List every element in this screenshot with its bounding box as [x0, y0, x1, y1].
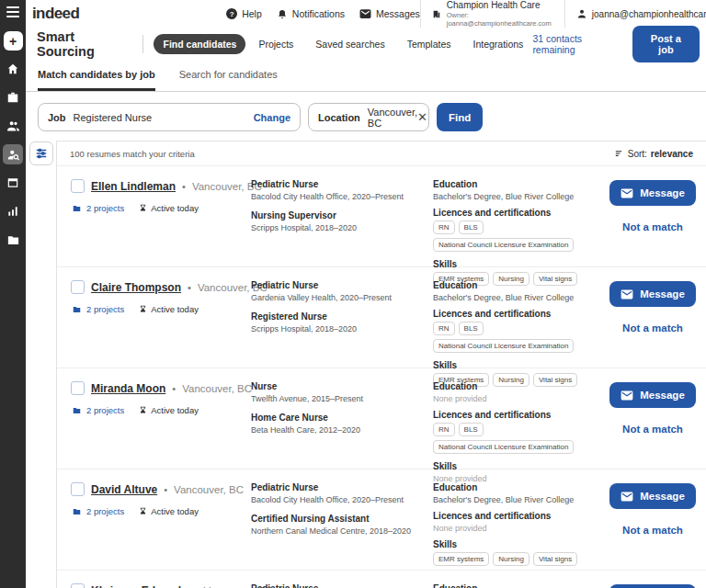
- job-detail: Bacolod City Health Office, 2020–Present: [251, 192, 433, 201]
- message-button[interactable]: Message: [609, 584, 696, 588]
- dot-separator: •: [194, 585, 198, 588]
- job-title: Nurse: [251, 381, 433, 391]
- licence-tag: RN: [433, 423, 455, 436]
- education-heading: Education: [433, 583, 607, 588]
- skills-heading: Skills: [433, 360, 607, 370]
- envelope-icon: [621, 390, 633, 401]
- nav-integrations[interactable]: Integrations: [464, 34, 533, 54]
- messages-menu[interactable]: Messages: [359, 8, 420, 19]
- search-tabs: Match candidates by job Search for candi…: [26, 60, 706, 92]
- contacts-remaining-link[interactable]: 31 contacts remaining: [532, 33, 621, 55]
- activity-status: Active today: [151, 203, 199, 213]
- not-a-match-link[interactable]: Not a match: [622, 221, 683, 232]
- candidate-search-icon[interactable]: [3, 144, 23, 164]
- education-heading: Education: [433, 381, 607, 391]
- sort-icon: [614, 149, 624, 159]
- notifications-menu[interactable]: Notifications: [277, 8, 345, 19]
- candidate-location: Vancouver, BC: [174, 484, 244, 495]
- folder-icon: [72, 507, 82, 516]
- skill-tag: EMR systems: [433, 552, 489, 566]
- job-title: Registered Nurse: [251, 311, 433, 322]
- calendar-icon[interactable]: [3, 173, 23, 193]
- job-detail: Scripps Hospital, 2018–2020: [251, 324, 433, 334]
- indeed-logo[interactable]: indeed: [32, 5, 79, 23]
- message-button[interactable]: Message: [609, 483, 696, 509]
- search-bar: Job Registered Nurse Change Location Van…: [26, 92, 706, 141]
- skills-heading: Skills: [433, 539, 607, 549]
- app-window: + indeed ? Help: [0, 0, 706, 588]
- message-button[interactable]: Message: [609, 180, 696, 206]
- job-field-value: Registered Nurse: [74, 112, 153, 123]
- not-a-match-link[interactable]: Not a match: [622, 322, 683, 334]
- filters-button[interactable]: [29, 141, 53, 165]
- product-nav: Smart Sourcing Find candidates Projects …: [26, 28, 706, 60]
- results-count: 100 resumes match your criteria: [70, 149, 195, 159]
- education-value: None provided: [433, 394, 607, 403]
- licence-tag: BLS: [459, 423, 484, 436]
- home-icon[interactable]: [3, 59, 23, 79]
- notifications-label: Notifications: [292, 8, 345, 19]
- skill-tag: Nursing: [493, 552, 530, 566]
- candidate-checkbox[interactable]: [71, 381, 85, 395]
- activity-status: Active today: [151, 506, 199, 516]
- skill-tag: Vital signs: [533, 552, 577, 566]
- candidate-name-link[interactable]: Claire Thompson: [91, 281, 181, 294]
- candidate-checkbox[interactable]: [71, 280, 85, 294]
- projects-link[interactable]: 2 projects: [86, 203, 124, 213]
- change-job-link[interactable]: Change: [254, 112, 290, 123]
- create-plus-button[interactable]: +: [4, 31, 23, 51]
- nav-templates[interactable]: Templates: [398, 34, 461, 54]
- folder-rail-icon[interactable]: [3, 230, 23, 250]
- briefcase-icon[interactable]: [3, 87, 23, 107]
- not-a-match-link[interactable]: Not a match: [622, 525, 683, 536]
- help-icon: ?: [226, 8, 237, 19]
- job-field[interactable]: Job Registered Nurse Change: [38, 103, 301, 131]
- message-button[interactable]: Message: [609, 382, 696, 408]
- licence-tag: National Council Licensure Examination: [433, 238, 574, 252]
- job-detail: Northern Canal Medical Centre, 2018–2020: [251, 526, 433, 536]
- candidate-location: Vancouver, BC: [182, 383, 252, 394]
- candidate-name-link[interactable]: Miranda Moon: [91, 382, 165, 395]
- hamburger-menu-icon[interactable]: [6, 6, 19, 17]
- candidate-checkbox[interactable]: [71, 482, 85, 496]
- analytics-chart-icon[interactable]: [3, 201, 23, 221]
- nav-find-candidates[interactable]: Find candidates: [154, 34, 245, 54]
- candidate-checkbox[interactable]: [71, 179, 85, 193]
- help-menu[interactable]: ? Help: [226, 8, 262, 19]
- not-a-match-link[interactable]: Not a match: [622, 424, 683, 435]
- account-menu[interactable]: joanna@championhealthcare.com ▾: [564, 0, 706, 28]
- find-button[interactable]: Find: [437, 103, 483, 131]
- location-field[interactable]: Location Vancouver, BC ✕: [308, 103, 429, 131]
- location-field-label: Location: [318, 112, 360, 123]
- nav-saved-searches[interactable]: Saved searches: [306, 34, 393, 54]
- candidate-row: David Altuve • Vancouver, BC 2 projects …: [57, 469, 706, 571]
- projects-link[interactable]: 2 projects: [86, 304, 124, 314]
- clear-location-icon[interactable]: ✕: [417, 111, 427, 123]
- tab-match-by-job[interactable]: Match candidates by job: [38, 69, 155, 91]
- bell-icon: [277, 8, 288, 19]
- projects-link[interactable]: 2 projects: [86, 405, 124, 415]
- message-button[interactable]: Message: [609, 281, 696, 307]
- candidate-name-link[interactable]: David Altuve: [91, 483, 157, 496]
- job-detail: Gardenia Valley Health, 2020–Present: [251, 293, 433, 302]
- dot-separator: •: [182, 181, 186, 192]
- folder-icon: [72, 204, 82, 213]
- people-icon[interactable]: [3, 116, 23, 136]
- licences-heading: Licences and certifications: [433, 511, 607, 521]
- tab-search-candidates[interactable]: Search for candidates: [179, 69, 278, 91]
- company-switcher[interactable]: Champion Health Care Owner: joanna@champ…: [420, 0, 564, 28]
- nav-projects[interactable]: Projects: [249, 34, 302, 54]
- filter-sliders-icon: [35, 147, 48, 160]
- envelope-icon: [621, 492, 633, 502]
- dot-separator: •: [164, 484, 167, 495]
- job-detail: Twelfth Avenue, 2015–Present: [251, 394, 433, 403]
- job-detail: Scripps Hospital, 2018–2020: [251, 223, 433, 232]
- projects-link[interactable]: 2 projects: [86, 506, 124, 516]
- post-a-job-button[interactable]: Post a job: [632, 26, 700, 62]
- candidate-name-link[interactable]: Khrisana Edwards: [91, 584, 188, 588]
- candidate-name-link[interactable]: Ellen Lindleman: [91, 180, 176, 193]
- sort-control[interactable]: Sort: relevance: [614, 149, 693, 159]
- skills-heading: Skills: [433, 259, 607, 269]
- candidate-checkbox[interactable]: [71, 583, 85, 588]
- licence-tag: BLS: [459, 220, 484, 234]
